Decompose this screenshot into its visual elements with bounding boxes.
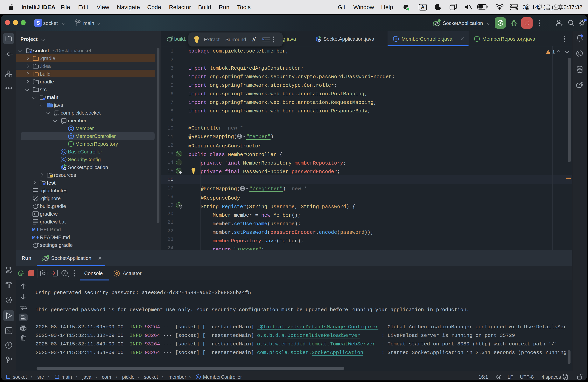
svg-text:M: M (32, 227, 36, 232)
svg-text:C: C (62, 158, 65, 162)
svg-text:M: M (32, 235, 36, 240)
svg-text:I: I (476, 37, 477, 41)
svg-text:C: C (395, 37, 397, 41)
svg-text:C: C (62, 150, 65, 154)
svg-text:C: C (197, 375, 200, 379)
svg-text:C: C (70, 134, 72, 138)
svg-text:I: I (70, 142, 71, 146)
svg-text:C: C (70, 127, 72, 130)
